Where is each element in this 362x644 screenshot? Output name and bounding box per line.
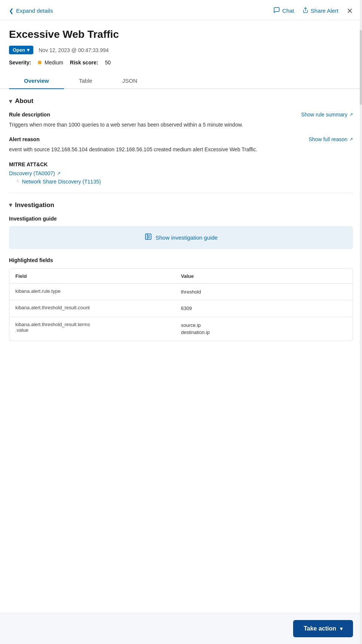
mitre-external-icon: ↗ <box>57 171 61 176</box>
show-full-reason-button[interactable]: Show full reason ↗ <box>308 136 353 142</box>
take-action-label: Take action <box>304 625 336 632</box>
mitre-section: MITRE ATT&CK Discovery (TA0007) ↗ └ Netw… <box>9 161 353 185</box>
col-field-header: Field <box>15 273 181 279</box>
about-section-label: About <box>15 97 33 105</box>
table-row: kibana.alert.threshold_result.terms.valu… <box>9 317 353 341</box>
rule-description-header: Rule description Show rule summary ↗ <box>9 112 353 118</box>
field-key-3: kibana.alert.threshold_result.terms.valu… <box>15 322 181 336</box>
field-value-3: source.ipdestination.ip <box>181 322 347 336</box>
alert-reason-row: Alert reason Show full reason ↗ event wi… <box>9 136 353 154</box>
status-badge[interactable]: Open ▾ <box>9 46 33 54</box>
show-guide-btn-label: Show investigation guide <box>156 234 218 241</box>
share-alert-button[interactable]: Share Alert <box>302 7 338 14</box>
risk-label: Risk score: <box>70 60 98 66</box>
expand-details-button[interactable]: ❮ Expand details <box>9 7 53 14</box>
severity-label: Severity: <box>9 60 31 66</box>
tab-json[interactable]: JSON <box>107 74 152 89</box>
section-divider <box>9 193 353 193</box>
show-investigation-guide-button[interactable]: Show investigation guide <box>9 226 353 249</box>
scroll-thumb[interactable] <box>360 30 362 105</box>
show-full-reason-label: Show full reason <box>308 136 347 142</box>
rule-description-row: Rule description Show rule summary ↗ Tri… <box>9 112 353 129</box>
mitre-tactic-label: Discovery (TA0007) <box>9 170 55 176</box>
external-link-icon: ↗ <box>349 112 353 117</box>
col-value-header: Value <box>181 273 347 279</box>
severity-text: Medium <box>45 60 63 66</box>
investigation-section-header[interactable]: ▾ Investigation <box>9 201 353 209</box>
chat-button[interactable]: Chat <box>273 7 294 15</box>
severity-row: Severity: Medium Risk score: 50 <box>9 60 353 66</box>
show-rule-summary-label: Show rule summary <box>301 112 347 118</box>
status-dropdown-icon: ▾ <box>27 47 30 53</box>
alert-reason-label: Alert reason <box>9 136 40 142</box>
mitre-tactic-link[interactable]: Discovery (TA0007) ↗ <box>9 170 353 176</box>
status-label: Open <box>13 47 25 53</box>
close-button[interactable]: ✕ <box>347 7 353 15</box>
mitre-technique-label: Network Share Discovery (T1135) <box>22 179 101 185</box>
header-actions: Chat Share Alert ✕ <box>273 7 353 15</box>
tab-table[interactable]: Table <box>64 74 107 89</box>
alert-reason-header: Alert reason Show full reason ↗ <box>9 136 353 142</box>
tab-overview[interactable]: Overview <box>9 74 64 89</box>
field-key-2: kibana.alert.threshold_result.count <box>15 305 181 312</box>
alert-reason-text: event with source 192.168.56.104 destina… <box>9 145 353 154</box>
rule-description-label: Rule description <box>9 112 50 118</box>
mitre-child-branch-icon: └ <box>16 179 19 184</box>
share-icon <box>302 7 308 14</box>
expand-details-label: Expand details <box>16 7 53 14</box>
footer: Take action ▾ <box>0 613 362 644</box>
field-value-1: threshold <box>181 288 347 296</box>
chat-label: Chat <box>282 7 294 14</box>
scrollbar[interactable] <box>360 0 362 644</box>
mitre-technique-link[interactable]: └ Network Share Discovery (T1135) <box>9 179 353 185</box>
investigation-guide-label: Investigation guide <box>9 216 353 222</box>
highlighted-fields-table: Field Value kibana.alert.rule.type thres… <box>9 268 353 341</box>
title-meta: Open ▾ Nov 12, 2023 @ 00:47:33.994 <box>9 46 353 54</box>
severity-value: Medium <box>38 60 63 66</box>
header: ❮ Expand details Chat Share Alert ✕ <box>0 0 362 20</box>
title-area: Excessive Web Traffic Open ▾ Nov 12, 202… <box>0 20 362 66</box>
table-row: kibana.alert.rule.type threshold <box>9 284 353 301</box>
investigation-section: ▾ Investigation Investigation guide Show… <box>9 201 353 341</box>
alert-timestamp: Nov 12, 2023 @ 00:47:33.994 <box>39 47 109 53</box>
mitre-label: MITRE ATT&CK <box>9 161 353 167</box>
content-area: ▾ About Rule description Show rule summa… <box>0 97 362 386</box>
table-header-row: Field Value <box>9 269 353 284</box>
show-rule-summary-button[interactable]: Show rule summary ↗ <box>301 112 353 118</box>
about-section: ▾ About Rule description Show rule summa… <box>9 97 353 185</box>
highlighted-fields-label: Highlighted fields <box>9 257 353 263</box>
about-section-header[interactable]: ▾ About <box>9 97 353 105</box>
take-action-dropdown-icon: ▾ <box>340 626 343 632</box>
investigation-chevron-icon: ▾ <box>9 201 12 209</box>
field-value-2: 6309 <box>181 305 347 312</box>
back-arrow-icon: ❮ <box>9 7 14 14</box>
take-action-button[interactable]: Take action ▾ <box>293 620 353 637</box>
investigation-section-label: Investigation <box>15 201 54 209</box>
share-label: Share Alert <box>311 7 338 14</box>
external-link-icon-2: ↗ <box>349 137 353 142</box>
table-row: kibana.alert.threshold_result.count 6309 <box>9 300 353 317</box>
severity-dot-icon <box>38 61 42 64</box>
tabs: Overview Table JSON <box>0 74 362 89</box>
about-chevron-icon: ▾ <box>9 98 12 105</box>
alert-title: Excessive Web Traffic <box>9 28 353 40</box>
rule-description-text: Triggers when more than 1000 queries to … <box>9 121 353 129</box>
chat-icon <box>273 7 280 15</box>
risk-value: 50 <box>105 60 111 66</box>
guide-book-icon <box>145 233 152 242</box>
field-key-1: kibana.alert.rule.type <box>15 288 181 296</box>
